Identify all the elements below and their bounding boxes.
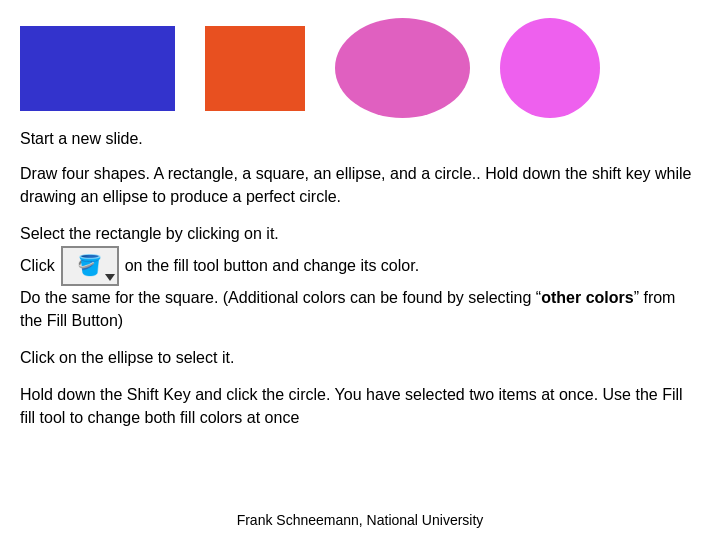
shape-rectangle xyxy=(20,26,175,111)
instruction-2-text: Select the rectangle by clicking on it. … xyxy=(20,222,700,332)
shapes-row xyxy=(0,0,720,126)
footer-text: Frank Schneemann, National University xyxy=(237,512,484,528)
instruction-2-line1: Select the rectangle by clicking on it. xyxy=(20,222,700,245)
instruction-2-line3: Do the same for the square. (Additional … xyxy=(20,286,700,332)
instruction-2-click-word: Click xyxy=(20,254,55,277)
shape-square xyxy=(205,26,305,111)
fill-tool-button[interactable]: 🪣 xyxy=(61,246,119,286)
instruction-4: Hold down the Shift Key and click the ci… xyxy=(20,383,700,429)
bold-other-colors: other colors xyxy=(541,289,633,306)
instruction-2-after-icon: on the fill tool button and change its c… xyxy=(125,254,419,277)
shape-circle xyxy=(500,18,600,118)
instruction-3: Click on the ellipse to select it. xyxy=(20,346,700,369)
content-area: Start a new slide. Draw four shapes. A r… xyxy=(0,126,720,430)
shape-ellipse xyxy=(335,18,470,118)
slide-label: Start a new slide. xyxy=(20,130,700,148)
dropdown-arrow-icon xyxy=(105,274,115,281)
instruction-1: Draw four shapes. A rectangle, a square,… xyxy=(20,162,700,208)
paint-bucket-icon: 🪣 xyxy=(77,251,102,280)
footer: Frank Schneemann, National University xyxy=(0,512,720,528)
instruction-2-line2: Click 🪣 on the fill tool button and chan… xyxy=(20,246,700,286)
instruction-2: Select the rectangle by clicking on it. … xyxy=(20,222,700,332)
